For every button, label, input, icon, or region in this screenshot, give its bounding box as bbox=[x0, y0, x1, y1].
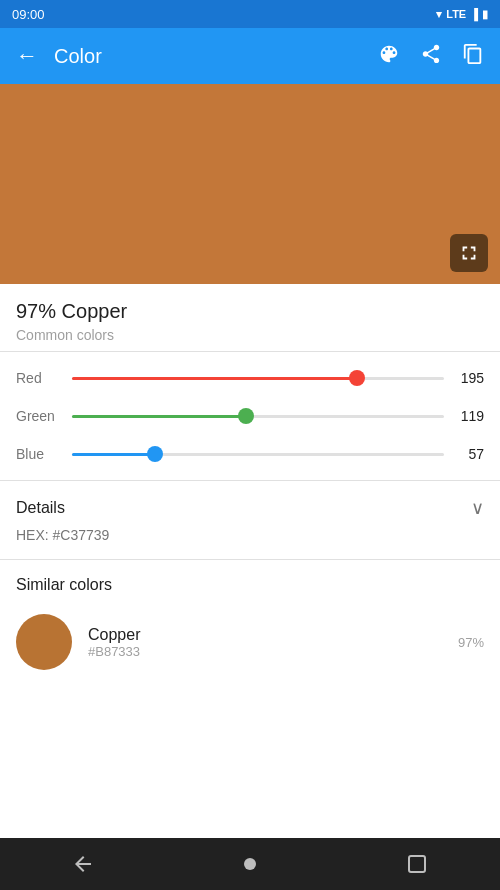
svg-point-0 bbox=[244, 858, 256, 870]
green-thumb bbox=[238, 408, 254, 424]
red-slider-row: Red 195 bbox=[16, 368, 484, 388]
green-track bbox=[72, 415, 444, 418]
similar-swatch-copper bbox=[16, 614, 72, 670]
red-fill bbox=[72, 377, 357, 380]
blue-thumb bbox=[147, 446, 163, 462]
fullscreen-button[interactable] bbox=[450, 234, 488, 272]
common-colors-label: Common colors bbox=[16, 327, 484, 343]
copy-icon[interactable] bbox=[462, 43, 484, 70]
status-icons: ▾ LTE ▐ ▮ bbox=[436, 8, 488, 21]
similar-hex-copper: #B87333 bbox=[88, 644, 442, 659]
nav-home-button[interactable] bbox=[230, 844, 270, 884]
share-icon[interactable] bbox=[420, 43, 442, 70]
similar-info-copper: Copper #B87333 bbox=[88, 626, 442, 659]
app-bar: ← Color bbox=[0, 28, 500, 84]
status-time: 09:00 bbox=[12, 7, 45, 22]
similar-colors-section: Similar colors Copper #B87333 97% bbox=[0, 560, 500, 686]
home-nav-icon bbox=[238, 852, 262, 876]
nav-back-button[interactable] bbox=[63, 844, 103, 884]
blue-track bbox=[72, 453, 444, 456]
red-track bbox=[72, 377, 444, 380]
fullscreen-icon bbox=[458, 242, 480, 264]
status-bar: 09:00 ▾ LTE ▐ ▮ bbox=[0, 0, 500, 28]
app-bar-actions bbox=[378, 43, 484, 70]
similar-name-copper: Copper bbox=[88, 626, 442, 644]
details-hex: HEX: #C37739 bbox=[16, 527, 484, 543]
back-button[interactable]: ← bbox=[16, 43, 38, 69]
similar-item-copper[interactable]: Copper #B87333 97% bbox=[16, 606, 484, 678]
blue-fill bbox=[72, 453, 155, 456]
signal-icon: ▐ bbox=[470, 8, 478, 20]
color-name-section: 97% Copper Common colors bbox=[0, 284, 500, 351]
details-header[interactable]: Details ∨ bbox=[16, 497, 484, 519]
similar-colors-title: Similar colors bbox=[16, 576, 484, 594]
green-slider-container[interactable] bbox=[72, 406, 444, 426]
recent-nav-icon bbox=[405, 852, 429, 876]
main-content: 97% Copper Common colors Red 195 Green bbox=[0, 284, 500, 838]
details-title: Details bbox=[16, 499, 65, 517]
nav-recent-button[interactable] bbox=[397, 844, 437, 884]
svg-rect-1 bbox=[409, 856, 425, 872]
wifi-icon: ▾ bbox=[436, 8, 442, 21]
chevron-down-icon: ∨ bbox=[471, 497, 484, 519]
sliders-section: Red 195 Green 119 Blue bbox=[0, 352, 500, 480]
back-nav-icon bbox=[71, 852, 95, 876]
battery-icon: ▮ bbox=[482, 8, 488, 21]
green-label: Green bbox=[16, 408, 64, 424]
green-slider-row: Green 119 bbox=[16, 406, 484, 426]
color-name-label: 97% Copper bbox=[16, 300, 484, 323]
red-label: Red bbox=[16, 370, 64, 386]
blue-label: Blue bbox=[16, 446, 64, 462]
red-value: 195 bbox=[452, 370, 484, 386]
blue-slider-container[interactable] bbox=[72, 444, 444, 464]
app-bar-title: Color bbox=[54, 45, 378, 68]
blue-slider-row: Blue 57 bbox=[16, 444, 484, 464]
red-thumb bbox=[349, 370, 365, 386]
color-preview bbox=[0, 84, 500, 284]
blue-value: 57 bbox=[452, 446, 484, 462]
green-fill bbox=[72, 415, 246, 418]
bottom-nav bbox=[0, 838, 500, 890]
palette-icon[interactable] bbox=[378, 43, 400, 70]
similar-percent-copper: 97% bbox=[458, 635, 484, 650]
lte-label: LTE bbox=[446, 8, 466, 20]
green-value: 119 bbox=[452, 408, 484, 424]
red-slider-container[interactable] bbox=[72, 368, 444, 388]
details-section: Details ∨ HEX: #C37739 bbox=[0, 481, 500, 559]
